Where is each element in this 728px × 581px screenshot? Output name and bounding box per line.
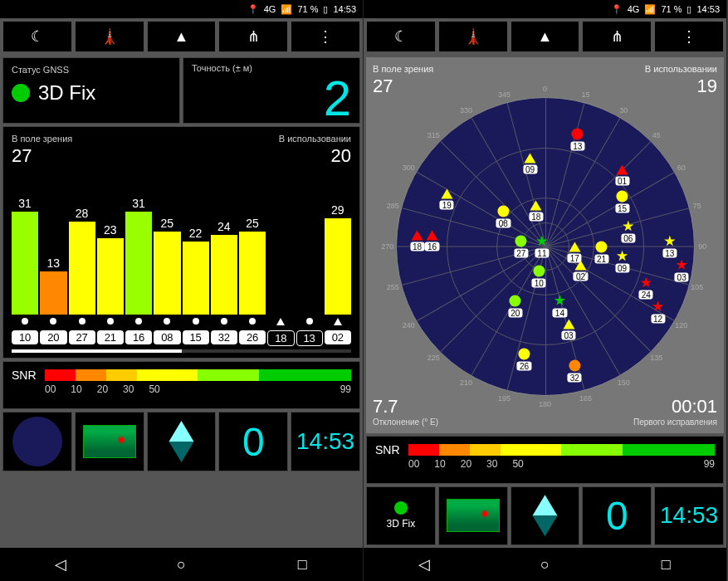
- bar-27: 28: [69, 207, 95, 315]
- telescope-button[interactable]: 🗼: [75, 21, 144, 52]
- first-fix-value: 00:01: [633, 396, 717, 417]
- heading-value[interactable]: 0: [582, 486, 652, 545]
- sat-12: 12: [651, 300, 665, 323]
- clock-label: 14:53: [333, 4, 356, 14]
- toolbar: ☾ 🗼 ▲ ⋔ ⋮: [364, 18, 726, 55]
- in-use-label: В использовании: [645, 64, 717, 74]
- sat-21: 21: [594, 242, 608, 264]
- map-thumbnail[interactable]: [75, 412, 144, 471]
- share-button[interactable]: ⋔: [218, 21, 288, 52]
- status-thumbnail[interactable]: 3D Fix: [366, 486, 436, 545]
- signal-icon: 📶: [644, 4, 656, 15]
- sat-06: 06: [621, 221, 635, 243]
- menu-button[interactable]: ⋮: [654, 21, 724, 52]
- status-text: 3D Fix: [387, 518, 416, 530]
- sky-panel[interactable]: В поле зрения В использовании 27 19 0153…: [366, 57, 724, 433]
- sat-18: 18: [529, 201, 543, 222]
- in-view-label: В поле зрения: [373, 64, 433, 74]
- clock-label: 14:53: [696, 4, 720, 14]
- deviation-value: 7.7: [373, 396, 438, 417]
- compass-thumbnail[interactable]: [147, 412, 217, 471]
- menu-button[interactable]: ⋮: [291, 21, 360, 52]
- sky-plot: 0153045607590105120135150165180195210225…: [373, 97, 717, 396]
- back-button[interactable]: ◁: [399, 555, 449, 574]
- status-dot-icon: [12, 84, 30, 102]
- deviation-label: Отклонение (° E): [373, 417, 438, 427]
- sat-20: 20: [508, 295, 522, 317]
- sat-32: 32: [568, 360, 582, 383]
- map-thumbnail[interactable]: [438, 486, 508, 545]
- in-use-label: В использовании: [279, 134, 351, 144]
- bar-02: 29: [325, 203, 351, 315]
- sat-13: 13: [570, 129, 584, 151]
- sat-01: 01: [615, 165, 629, 186]
- home-button[interactable]: ○: [156, 556, 206, 574]
- left-screen: 📍 4G 📶 71 % ▯ 14:53 ☾ 🗼 ▲ ⋔ ⋮ Статус GNS…: [0, 0, 364, 581]
- time-value[interactable]: 14:53: [654, 486, 724, 545]
- sat-27: 27: [514, 236, 528, 258]
- toolbar: ☾ 🗼 ▲ ⋔ ⋮: [0, 18, 363, 55]
- bottom-panels: 0 14:53: [2, 412, 360, 471]
- in-use-count: 19: [697, 76, 717, 97]
- snr-legend-panel: SNR 001020305099: [2, 361, 360, 409]
- location-icon: 📍: [611, 4, 623, 15]
- bottom-panels: 3D Fix 0 14:53: [366, 486, 724, 545]
- gnss-value: 3D Fix: [12, 81, 171, 105]
- sat-16: 16: [425, 230, 439, 251]
- sky-thumbnail[interactable]: [2, 412, 72, 471]
- recents-button[interactable]: □: [641, 556, 691, 574]
- right-screen: 📍 4G 📶 71 % ▯ 14:53 ☾ 🗼 ▲ ⋔ ⋮ В поле зре…: [364, 0, 727, 581]
- in-view-count: 27: [373, 76, 393, 97]
- in-use-count: 20: [331, 145, 351, 167]
- bar-10: 31: [12, 197, 38, 315]
- battery-label: 71 %: [297, 4, 318, 14]
- sat-13b: 13: [662, 236, 677, 258]
- in-view-label: В поле зрения: [12, 134, 72, 144]
- bar-16: 31: [125, 197, 152, 315]
- recents-button[interactable]: □: [277, 556, 327, 574]
- bar-21: 23: [97, 223, 124, 315]
- gnss-status-panel[interactable]: Статус GNSS 3D Fix: [2, 57, 180, 124]
- snr-label: SNR: [375, 443, 402, 456]
- sat-26: 26: [517, 349, 531, 371]
- share-button[interactable]: ⋔: [582, 21, 652, 52]
- telescope-button[interactable]: 🗼: [438, 21, 508, 52]
- time-value[interactable]: 14:53: [291, 412, 360, 471]
- sat-02: 02: [574, 260, 588, 281]
- status-bar: 📍 4G 📶 71 % ▯ 14:53: [364, 0, 726, 18]
- sat-03: 03: [675, 259, 689, 281]
- moon-button[interactable]: ☾: [366, 21, 436, 52]
- accuracy-value: 2: [324, 70, 351, 127]
- snr-gradient: [408, 444, 715, 456]
- heading-value[interactable]: 0: [218, 412, 288, 471]
- arrow-button[interactable]: ▲: [147, 21, 217, 52]
- gnss-text: 3D Fix: [38, 81, 95, 105]
- chart-scrollbar[interactable]: [12, 349, 351, 353]
- sat-10: 10: [532, 265, 546, 287]
- home-button[interactable]: ○: [520, 556, 569, 574]
- moon-button[interactable]: ☾: [2, 21, 72, 52]
- sat-03b: 03: [562, 320, 576, 340]
- status-dot-icon: [394, 501, 408, 515]
- sat-11: 11: [535, 236, 549, 258]
- network-label: 4G: [264, 4, 276, 14]
- sat-17: 17: [568, 242, 582, 263]
- back-button[interactable]: ◁: [36, 555, 86, 574]
- battery-icon: ▯: [323, 4, 328, 15]
- status-bar: 📍 4G 📶 71 % ▯ 14:53: [0, 0, 363, 18]
- bar-15: 22: [183, 227, 209, 315]
- compass-thumbnail[interactable]: [511, 486, 580, 545]
- snr-gradient: [45, 369, 351, 381]
- content: Статус GNSS 3D Fix Точность (± м) 2 В по…: [0, 55, 363, 548]
- sat-14: 14: [553, 295, 567, 317]
- chart-area: 31132823312522242529: [12, 175, 351, 315]
- sat-15: 15: [615, 191, 629, 213]
- accuracy-panel[interactable]: Точность (± м) 2: [183, 57, 360, 124]
- arrow-button[interactable]: ▲: [511, 21, 580, 52]
- bar-20: 13: [40, 256, 66, 315]
- sat-19: 19: [440, 188, 454, 209]
- android-navbar: ◁ ○ □: [0, 548, 363, 581]
- bar-26: 25: [239, 217, 266, 315]
- sat-18b: 18: [410, 230, 424, 251]
- snr-chart-panel[interactable]: В поле зрения В использовании 27 20 3113…: [2, 126, 360, 359]
